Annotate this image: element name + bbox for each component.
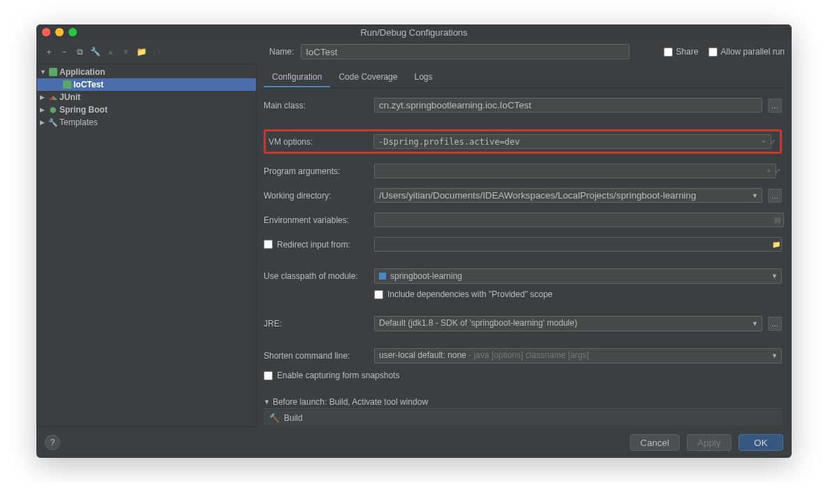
cancel-button[interactable]: Cancel	[630, 434, 680, 451]
tab-logs[interactable]: Logs	[406, 68, 441, 87]
env-vars-label: Environment variables:	[264, 215, 369, 225]
spring-icon: ⬢	[48, 105, 58, 115]
window-title: Run/Debug Configurations	[360, 27, 467, 38]
classpath-module-select[interactable]: springboot-learning	[374, 268, 782, 284]
vm-options-label: VM options:	[269, 137, 368, 147]
collapse-arrow-icon: ▼	[264, 398, 270, 405]
ok-button[interactable]: OK	[738, 434, 783, 451]
jre-label: JRE:	[264, 319, 369, 329]
move-up-button[interactable]: ▲	[105, 46, 116, 57]
move-down-button[interactable]: ▼	[120, 46, 131, 57]
tab-configuration[interactable]: Configuration	[264, 68, 330, 87]
config-toolbar: ＋ － ⧉ 🔧 ▲ ▼ 📁 ↓↑	[43, 46, 264, 57]
browse-jre-button[interactable]: …	[768, 317, 782, 331]
vm-options-input[interactable]	[373, 134, 771, 149]
collapse-arrow-icon: ▶	[40, 106, 47, 113]
add-config-button[interactable]: ＋	[43, 46, 55, 57]
main-class-input[interactable]	[374, 98, 762, 113]
remove-config-button[interactable]: －	[59, 46, 70, 57]
browse-working-dir-button[interactable]: …	[768, 189, 782, 203]
edit-templates-button[interactable]: 🔧	[90, 46, 101, 57]
expand-arrow-icon: ▼	[40, 69, 47, 75]
redirect-input-checkbox[interactable]: Redirect input from:	[264, 240, 369, 250]
working-dir-input[interactable]	[374, 188, 762, 203]
parallel-run-checkbox[interactable]: Allow parallel run	[708, 47, 785, 57]
name-input[interactable]	[301, 44, 629, 59]
collapse-arrow-icon: ▶	[40, 94, 47, 101]
tree-node-ioctest[interactable]: IoCTest	[37, 78, 256, 91]
tree-node-springboot[interactable]: ▶ ⬢ Spring Boot	[37, 103, 256, 116]
main-class-label: Main class:	[264, 101, 369, 110]
apply-button[interactable]: Apply	[687, 434, 731, 451]
before-launch-item-build[interactable]: 🔨 Build	[264, 410, 782, 426]
program-args-label: Program arguments:	[264, 166, 369, 176]
hammer-icon: 🔨	[269, 413, 280, 423]
close-window-button[interactable]	[42, 28, 50, 36]
help-button[interactable]: ?	[45, 435, 60, 450]
expand-field-icon[interactable]: ⤢	[769, 138, 777, 145]
collapse-arrow-icon: ▶	[40, 119, 47, 126]
classpath-label: Use classpath of module:	[264, 271, 369, 281]
config-tree: ▼ Application IoCTest ▶ JUnit ▶	[36, 64, 257, 427]
edit-env-vars-icon[interactable]: ▤	[773, 216, 782, 224]
browse-file-icon[interactable]: 📁	[771, 240, 782, 248]
minimize-window-button[interactable]	[55, 28, 64, 36]
tree-node-application[interactable]: ▼ Application	[37, 66, 256, 78]
config-tabs: Configuration Code Coverage Logs	[264, 68, 785, 88]
sort-button[interactable]: ↓↑	[151, 46, 162, 57]
program-args-input[interactable]	[374, 164, 776, 178]
junit-icon	[48, 92, 58, 102]
share-checkbox[interactable]: Share	[664, 47, 699, 57]
tab-code-coverage[interactable]: Code Coverage	[330, 68, 406, 87]
jre-select[interactable]: Default (jdk1.8 - SDK of 'springboot-lea…	[374, 316, 762, 331]
include-provided-checkbox[interactable]: Include dependencies with "Provided" sco…	[374, 289, 782, 299]
browse-main-class-button[interactable]: …	[768, 99, 782, 113]
wrench-icon: 🔧	[48, 117, 58, 127]
expand-field-icon[interactable]: ⤢	[773, 167, 782, 175]
titlebar: Run/Debug Configurations	[36, 24, 792, 40]
copy-config-button[interactable]: ⧉	[74, 46, 85, 57]
folder-button[interactable]: 📁	[136, 46, 147, 57]
working-dir-label: Working directory:	[264, 191, 369, 201]
redirect-input-field[interactable]	[374, 237, 782, 252]
tree-node-templates[interactable]: ▶ 🔧 Templates	[37, 116, 256, 129]
name-label: Name:	[269, 47, 294, 57]
insert-macro-icon[interactable]: +	[760, 138, 767, 145]
maximize-window-button[interactable]	[69, 28, 77, 36]
module-icon	[379, 273, 386, 280]
application-icon	[48, 67, 58, 77]
before-launch-header[interactable]: ▼ Before launch: Build, Activate tool wi…	[264, 397, 782, 409]
tree-node-junit[interactable]: ▶ JUnit	[37, 91, 256, 103]
env-vars-input[interactable]	[374, 213, 784, 227]
shorten-cmd-label: Shorten command line:	[264, 351, 369, 361]
application-icon	[62, 80, 72, 89]
snapshots-checkbox[interactable]: Enable capturing form snapshots	[264, 370, 782, 380]
insert-macro-icon[interactable]: +	[765, 167, 772, 175]
shorten-cmd-select[interactable]: user-local default: none - java [options…	[374, 348, 782, 363]
